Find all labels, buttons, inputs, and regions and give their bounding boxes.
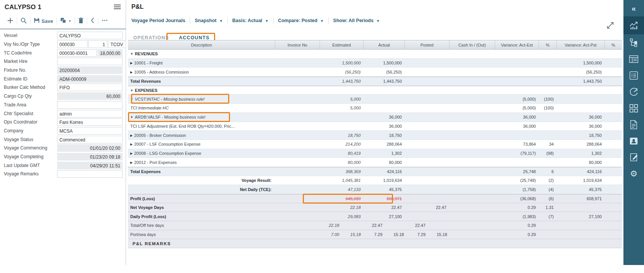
expand-arrow-icon[interactable]: ▼ xyxy=(130,89,133,92)
table-row[interactable]: Total Expenses398,369424,11625,7486424,1… xyxy=(128,167,622,176)
expand-arrow-icon[interactable]: ▼ xyxy=(130,98,133,101)
row-description: P&L REMARKS xyxy=(128,241,275,246)
field-cells: Commenced xyxy=(57,136,123,143)
field-value-trade-area[interactable] xyxy=(57,101,123,109)
pnl-toolbar-basis-actual[interactable]: Basis: Actual ▼ xyxy=(228,18,273,23)
column-header--[interactable]: % xyxy=(539,40,557,49)
field-label: Chtr Specialist xyxy=(4,111,57,116)
search-button[interactable] xyxy=(17,18,30,25)
cell-variance-act-est: (1,983) xyxy=(495,214,539,219)
table-row[interactable]: Total Revenues1,443,7501,443,7501,443,75… xyxy=(128,77,622,86)
row-description: Net Voyage Days xyxy=(128,205,275,210)
table-row[interactable]: Net Voyage Days22.1822.4722.470.291.31 xyxy=(128,203,622,212)
table-row[interactable]: ▶10001 - Freight1,500,0001,500,0001,500,… xyxy=(128,59,622,68)
field-row: Chtr Specialistadmin xyxy=(4,109,123,118)
table-row[interactable]: ▼REVENUES xyxy=(128,50,622,59)
delete-button[interactable] xyxy=(75,18,87,24)
column-header-cash-in-out-[interactable]: Cash In / (Out) xyxy=(449,40,495,49)
table-row[interactable]: P&L REMARKS xyxy=(128,239,622,248)
field-value-market-hire[interactable] xyxy=(57,58,123,65)
settings-gear-icon[interactable]: ⚙ xyxy=(623,165,644,182)
field-value-voy-no-opr-type[interactable]: 1 xyxy=(88,40,107,48)
collapse-sidebar-icon[interactable]: « xyxy=(623,0,644,16)
collapse-panel-icon[interactable] xyxy=(605,20,616,31)
table-row[interactable]: ▼VCST:INTHC - Missing business rule!5,00… xyxy=(128,95,622,104)
cell-actual: 80,000 xyxy=(364,160,405,165)
column-header-description[interactable]: Description xyxy=(128,40,275,49)
column-header-posted[interactable]: Posted xyxy=(405,40,449,49)
app-window: CALYPSO 1 Save▼ VesselCALYPSOVoy No./Opr… xyxy=(0,0,644,273)
field-cells: 01/23/20 09:18 xyxy=(57,153,123,161)
copy-button[interactable]: ▼ xyxy=(57,18,75,24)
expand-arrow-icon[interactable]: ▶ xyxy=(130,161,133,164)
chevron-down-icon: ▼ xyxy=(320,19,324,23)
column-header--[interactable]: % xyxy=(605,40,622,49)
pnl-toolbar-snapshot[interactable]: Snapshot ▼ xyxy=(190,18,227,23)
table-row[interactable]: ▶20012 - Port Expenses80,00080,00080,000 xyxy=(128,158,622,167)
field-value-vessel[interactable]: CALYPSO xyxy=(57,32,123,39)
table-row[interactable]: ▶20008 - LSG Consumption Expense80,4191,… xyxy=(128,149,622,158)
field-value-chtr-specialist[interactable]: admin xyxy=(57,110,123,117)
save-button[interactable]: Save xyxy=(30,18,56,24)
field-value-voy-no-opr-type[interactable]: TCOV xyxy=(108,40,126,48)
expand-arrow-icon[interactable]: ▼ xyxy=(130,52,133,56)
table-row[interactable]: ▼ARDB:VALSF - Missing business rule!36,0… xyxy=(128,113,622,122)
table-row[interactable]: Voyage Result:1,045,3811,019,634(25,748)… xyxy=(128,176,622,185)
cell-variance-act-est: (36,068) xyxy=(495,196,539,201)
table-row[interactable]: ▶20005 - Broker Commission18,75018,75018… xyxy=(128,131,622,140)
expand-arrow-icon[interactable]: ▶ xyxy=(130,152,133,155)
column-header-variance-act-pst[interactable]: Variance: Act-Pst xyxy=(557,40,605,49)
column-header-actual[interactable]: Actual xyxy=(364,40,405,49)
more-icon xyxy=(102,18,108,24)
ledger-table-icon[interactable] xyxy=(623,51,644,67)
gauge-icon[interactable] xyxy=(623,84,644,100)
days-value: 7.29 xyxy=(406,232,428,237)
expand-arrow-icon[interactable]: ▶ xyxy=(130,71,133,74)
grid-icon[interactable] xyxy=(623,100,644,116)
expand-arrow-icon[interactable]: ▼ xyxy=(130,116,133,119)
table-row[interactable]: TCI LSF Adjustment (Est. End ROB Qty=420… xyxy=(128,122,622,131)
field-value-voy-no-opr-type[interactable]: 000030 xyxy=(57,40,88,48)
field-value-bunker-calc-method[interactable]: FIFO xyxy=(57,84,123,91)
expand-arrow-icon[interactable]: ▶ xyxy=(130,134,133,137)
hierarchy-icon[interactable] xyxy=(623,34,644,51)
field-row: Voyage StatusCommenced xyxy=(4,135,123,144)
more-button[interactable] xyxy=(98,18,111,24)
pnl-toolbar-voyage-period-journals[interactable]: Voyage Period Journals xyxy=(131,18,190,23)
field-value-voyage-remarks[interactable] xyxy=(57,170,123,178)
table-row[interactable]: Net Daily (TCE):47,13345,375(1,758)(4)45… xyxy=(128,185,622,194)
table-row[interactable]: ▶20007 - LSF Consumption Expense214,2002… xyxy=(128,140,622,149)
table-row[interactable]: Total/Off hire days22.1822.4722.470.29 xyxy=(128,221,622,230)
chevron-left-button[interactable] xyxy=(87,18,98,24)
table-row[interactable]: Daily Profit (Loss)29,08327,100(1,983)(7… xyxy=(128,212,622,221)
table-row[interactable]: TCI Intermediate HC5,000(5,000)(100) xyxy=(128,104,622,113)
table-row[interactable]: Port/sea days7.0015.187.2915.187.2915.18… xyxy=(128,230,622,239)
remarks-header-label: P&L REMARKS xyxy=(130,241,171,246)
cell-variance-act-pst: 1,443,750 xyxy=(557,79,605,84)
pnl-toolbar: Voyage Period JournalsSnapshot ▼Basis: A… xyxy=(131,16,384,25)
row-description: ▶20007 - LSF Consumption Expense xyxy=(128,142,275,146)
table-row[interactable]: ▼EXPENSES xyxy=(128,86,622,95)
cell-estimated: 5,000 xyxy=(320,97,364,101)
document-icon[interactable] xyxy=(623,116,644,133)
table-row[interactable]: Profit (Loss)645,039608,971(36,068)(6)60… xyxy=(128,194,622,203)
notes-edit-icon[interactable] xyxy=(623,149,644,165)
contact-card-icon[interactable] xyxy=(623,133,644,149)
checklist-icon[interactable] xyxy=(623,67,644,84)
column-header-variance-act-est[interactable]: Variance: Act-Est xyxy=(495,40,539,49)
expand-arrow-icon[interactable]: ▶ xyxy=(130,143,133,146)
pnl-toolbar-show-all-periods[interactable]: Show: All Periods ▼ xyxy=(329,18,384,23)
expand-arrow-icon[interactable]: ▶ xyxy=(130,61,133,65)
column-header-estimated[interactable]: Estimated xyxy=(320,40,364,49)
pnl-chart-icon[interactable] xyxy=(623,16,644,34)
menu-icon[interactable] xyxy=(113,4,121,10)
field-value-ops-coordinator[interactable]: Fani Korres xyxy=(57,118,123,126)
field-value-voyage-status[interactable]: Commenced xyxy=(57,136,123,143)
pnl-toolbar-compare-posted[interactable]: Compare: Posted ▼ xyxy=(273,18,328,23)
field-label: Estimate ID xyxy=(4,76,57,82)
field-value-company[interactable]: MCSA xyxy=(57,127,123,135)
column-header-invoice-no[interactable]: Invoice No xyxy=(275,40,320,49)
table-row[interactable]: ▶10005 - Address Commission(56,250)(56,2… xyxy=(128,67,622,77)
add-button[interactable] xyxy=(4,18,17,25)
field-value-tc-code-hire[interactable]: 000030-I0001 xyxy=(57,49,97,57)
